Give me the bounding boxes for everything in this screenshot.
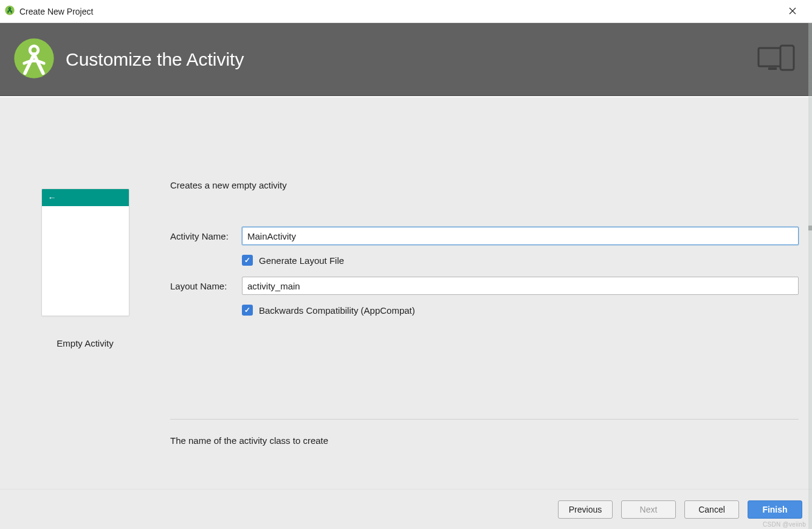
check-icon: ✓ — [244, 257, 250, 264]
activity-name-row: Activity Name: — [170, 227, 799, 245]
activity-name-label: Activity Name: — [170, 231, 242, 241]
android-studio-logo-icon — [13, 38, 55, 81]
android-studio-icon — [5, 5, 15, 18]
close-button[interactable] — [783, 2, 802, 21]
layout-name-row: Layout Name: — [170, 277, 799, 295]
banner-left: Customize the Activity — [13, 38, 244, 81]
preview-appbar: ← — [42, 189, 129, 206]
titlebar-left: Create New Project — [5, 5, 93, 18]
watermark: CSDN @veiinb — [763, 521, 806, 528]
previous-button[interactable]: Previous — [558, 500, 613, 519]
svg-point-0 — [5, 5, 14, 15]
form-subtitle: Creates a new empty activity — [170, 180, 799, 190]
wizard-banner: Customize the Activity — [0, 23, 812, 96]
hint-divider — [170, 419, 799, 420]
generate-layout-label: Generate Layout File — [259, 255, 344, 266]
layout-name-label: Layout Name: — [170, 281, 242, 291]
activity-preview-card: ← — [41, 188, 129, 316]
finish-button[interactable]: Finish — [748, 500, 802, 519]
svg-rect-4 — [768, 67, 777, 70]
window-title: Create New Project — [19, 7, 93, 16]
footer: Previous Next Cancel Finish — [0, 489, 812, 529]
banner-title: Customize the Activity — [66, 49, 244, 70]
next-button: Next — [621, 500, 676, 519]
form-column: Creates a new empty activity Activity Na… — [170, 97, 812, 489]
preview-label: Empty Activity — [57, 338, 113, 348]
cancel-button[interactable]: Cancel — [684, 500, 739, 519]
svg-rect-5 — [780, 46, 794, 70]
back-arrow-icon: ← — [48, 193, 57, 202]
check-icon: ✓ — [244, 306, 250, 314]
activity-name-input[interactable] — [242, 227, 799, 245]
svg-point-1 — [14, 38, 53, 78]
devices-icon — [757, 44, 799, 75]
left-column: ← Empty Activity — [0, 97, 170, 489]
backwards-compat-checkbox[interactable]: ✓ — [242, 305, 253, 316]
generate-layout-checkbox[interactable]: ✓ — [242, 255, 253, 266]
content-area: ← Empty Activity Creates a new empty act… — [0, 97, 812, 489]
hint-text: The name of the activity class to create — [170, 435, 799, 446]
backwards-compat-label: Backwards Compatibility (AppCompat) — [259, 305, 415, 316]
generate-layout-row[interactable]: ✓ Generate Layout File — [242, 255, 799, 266]
titlebar: Create New Project — [0, 0, 812, 23]
layout-name-input[interactable] — [242, 277, 799, 295]
backwards-compat-row[interactable]: ✓ Backwards Compatibility (AppCompat) — [242, 305, 799, 316]
background-edge — [808, 23, 812, 529]
